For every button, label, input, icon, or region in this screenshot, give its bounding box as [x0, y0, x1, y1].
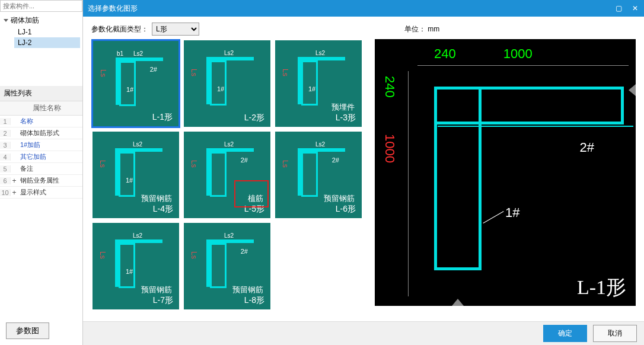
- dim-height-small: 240: [382, 76, 397, 98]
- dimension-line: [408, 71, 409, 296]
- props-header: 属性名称: [0, 101, 82, 116]
- section-type-select[interactable]: L形: [152, 23, 199, 36]
- shape-l2[interactable]: Ls2 Ls 1# L-2形: [183, 39, 272, 128]
- dialog-titlebar[interactable]: 选择参数化图形 ▢ ✕: [83, 0, 644, 17]
- unit-value: mm: [428, 25, 439, 33]
- param-image-button[interactable]: 参数图: [6, 322, 49, 339]
- arrow-down-icon: [452, 299, 464, 306]
- shape-l8[interactable]: Ls2 Ls 2# 预留钢筋 L-8形: [183, 222, 272, 311]
- section-type-label: 参数化截面类型：: [91, 24, 148, 34]
- rebar-vertical: [434, 87, 482, 270]
- rebar-label-2: 2#: [580, 140, 594, 155]
- tree-root-label: 砌体加筋: [11, 15, 39, 25]
- shape-grid: b1 Ls2 Ls 2# 1# L-1形 Ls2 Ls 1# L-2形: [91, 39, 370, 311]
- dimension-line: [417, 65, 629, 66]
- caret-down-icon: [4, 19, 8, 22]
- dim-width-large: 1000: [503, 46, 533, 62]
- prop-row[interactable]: 2砌体加筋形式: [0, 127, 82, 139]
- shape-l7[interactable]: Ls2 Ls 1# 预留钢筋 L-7形: [91, 222, 180, 311]
- search-input[interactable]: [0, 0, 82, 12]
- tree-item-lj2[interactable]: LJ-2: [14, 37, 80, 48]
- prop-row[interactable]: 4其它加筋: [0, 151, 82, 163]
- shape-l6[interactable]: Ls2 Ls 2# 预留钢筋 L-6形: [274, 130, 363, 219]
- shape-l5[interactable]: Ls2 Ls 2# 植筋 L-5形: [183, 130, 272, 219]
- props-header-label: 属性名称: [11, 103, 82, 113]
- unit-label: 单位：: [404, 25, 426, 33]
- cancel-button[interactable]: 取消: [593, 325, 637, 342]
- rebar-label-1: 1#: [505, 205, 519, 221]
- preview-type-label: L-1形: [577, 274, 626, 301]
- dim-height-large: 1000: [382, 134, 397, 163]
- shape-l3[interactable]: Ls2 Ls 1# 预埋件 L-3形: [274, 39, 363, 128]
- shape-l4[interactable]: Ls2 Ls 1# 预留钢筋 L-4形: [91, 130, 180, 219]
- prop-row[interactable]: 31#加筋: [0, 139, 82, 151]
- tree-root[interactable]: 砌体加筋: [2, 14, 80, 27]
- close-icon[interactable]: ✕: [631, 4, 639, 12]
- shape-l1[interactable]: b1 Ls2 Ls 2# 1# L-1形: [91, 39, 180, 128]
- maximize-icon[interactable]: ▢: [614, 4, 623, 12]
- prop-row[interactable]: 6+钢筋业务属性: [0, 175, 82, 187]
- shape-preview: 240 1000 240 1000 2# 1# L-1形: [375, 39, 636, 306]
- prop-row[interactable]: 5备注: [0, 163, 82, 175]
- component-tree: 砌体加筋 LJ-1 LJ-2: [0, 12, 82, 50]
- ok-button[interactable]: 确定: [543, 325, 587, 342]
- prop-row[interactable]: 1名称: [0, 116, 82, 127]
- parametric-dialog: 选择参数化图形 ▢ ✕ 参数化截面类型： L形 单位： mm b1 Ls2: [83, 0, 644, 345]
- expand-icon[interactable]: +: [11, 189, 18, 197]
- arrow-right-icon: [629, 84, 636, 96]
- expand-icon[interactable]: +: [11, 177, 18, 185]
- dialog-title: 选择参数化图形: [88, 4, 138, 14]
- tree-item-lj1[interactable]: LJ-1: [14, 27, 80, 37]
- leader-line: [483, 211, 503, 223]
- prop-row[interactable]: 10+显示样式: [0, 187, 82, 199]
- dim-width-small: 240: [434, 46, 456, 62]
- props-title: 属性列表: [0, 86, 82, 101]
